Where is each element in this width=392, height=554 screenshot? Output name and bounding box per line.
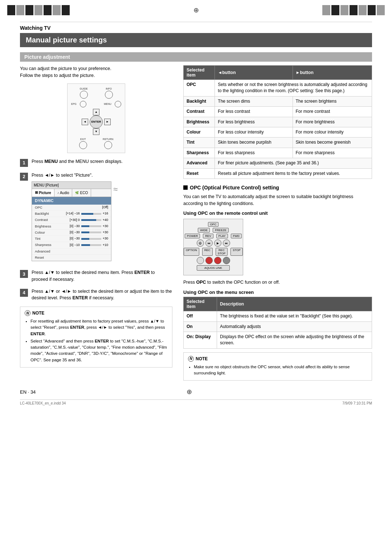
power-circle-icon: ⏻ [197,239,204,247]
rec-stop-circle-icon [214,257,221,264]
page-marks-top: ⊕ [0,0,392,20]
table-row: Tint Skin tones become purplish Skin ton… [184,138,372,148]
opc-table-row: On: Display Displays the OPC effect on t… [184,332,372,348]
option-circle-icon [197,257,204,264]
table-row: Backlight The screen dims The screen bri… [184,96,372,106]
step-4: 4 Press ▲/▼ or ◄/► to select the desired… [20,288,172,302]
step-3: 3 Press ▲/▼ to select the desired menu i… [20,269,172,283]
nav-up-icon: ▲ [93,109,99,115]
watching-tv-label: Watching TV [20,25,372,31]
table-row: Reset Resets all picture adjustment item… [184,168,372,178]
nav-down-icon: ▼ [93,128,99,135]
opc-table-header-item: Selected item [184,297,217,311]
marks-right [322,5,385,15]
note-icon: N [25,310,30,316]
menu-tab-eco: 🌿 ECO [72,189,91,197]
menu-button-icon [115,101,121,107]
black-square-icon [183,185,188,190]
enter-button: ENTER [90,115,103,128]
opc-sub-heading-2: Using OPC on the menu screen [183,290,372,295]
note-icon-2: N [188,356,194,362]
remote-diagram: GUIDE INFO EPG MENU [67,83,125,153]
footer-file: LC-40LE700X_en_e.indd 34 [20,401,66,405]
rev-circle-icon: ⏮ [205,239,213,247]
step-1: 1 Press MENU and the MENU screen display… [20,158,172,167]
stop-circle-icon [223,257,230,264]
note-box-2: N NOTE Make sure no object obstructs the… [183,352,372,381]
opc-table-row: On Automatically adjusts [184,321,372,332]
bottom-crosshair: ⊕ [187,388,192,396]
opc-table-header-desc: Description [217,297,372,311]
opc-table-row: Off The brightness is fixed at the value… [184,311,372,321]
marks-left [7,5,70,15]
table-row: Brightness For less brightness For more … [184,117,372,127]
left-column: You can adjust the picture to your prefe… [20,65,172,384]
settings-table: Selected item ◄button ►button OPC Sets w… [183,65,372,179]
epg-button-icon [80,101,86,107]
center-crosshair: ⊕ [193,6,199,14]
main-content: You can adjust the picture to your prefe… [20,65,372,384]
rec-circle-icon [205,257,213,264]
info-button-icon [105,91,113,99]
right-column: Selected item ◄button ►button OPC Sets w… [183,65,372,384]
table-row: Colour For less colour intensity For mor… [184,127,372,137]
table-row: Contrast For less contrast For more cont… [184,107,372,117]
table-header-left-btn: ◄button [215,66,293,80]
exit-button-icon [79,141,87,149]
page-title: Manual picture settings [20,33,372,47]
nav-right-icon: ► [104,119,111,125]
menu-tab-picture: 🖼 Picture [32,189,54,197]
footer: LC-40LE700X_en_e.indd 34 7/9/09 7:10:31 … [0,400,392,407]
remote-unit-diagram: OPC WIDE FREEZE POWER REV PLAY FWD ⏻ ⏮ [183,219,243,275]
opc-press-text: Press OPC to switch the OPC function on … [183,279,372,286]
table-row: Sharpness For less sharpness For more sh… [184,148,372,158]
nav-left-icon: ◄ [82,119,88,125]
mark-rect [7,5,15,15]
fwd-circle-icon: ⏭ [223,239,230,247]
nav-ring: ▲ ◄ ENTER ► ▼ [71,109,121,135]
menu-tab-audio: ♪ Audio [54,189,73,197]
bottom-marks: EN · 34 ⊕ [0,384,392,399]
step-2: 2 Press ◄/► to select "Picture". ≈ MENU … [20,172,172,264]
table-row: Advanced For finer picture adjustments. … [184,158,372,168]
intro-text: You can adjust the picture to your prefe… [20,65,172,79]
section-header: Picture adjustment [20,52,372,62]
return-button-icon [104,141,112,149]
opc-title: OPC (Optical Picture Control) setting [183,185,372,190]
play-circle-icon: ▶ [214,239,221,247]
table-header-item: Selected item [184,66,215,80]
table-header-right-btn: ►button [293,66,372,80]
opc-table: Selected item Description Off The bright… [183,297,372,349]
footer-date: 7/9/09 7:10:31 PM [342,401,372,405]
guide-button-icon [80,91,88,99]
note-box-1: N NOTE For resetting all adjustment item… [20,307,172,368]
menu-mockup: ≈ MENU [Picture] 🖼 Picture ♪ Audio [32,181,111,261]
opc-description: You can set the TV to automatically adju… [183,193,372,207]
table-row: OPC Sets whether or not the screen brigh… [184,80,372,97]
opc-sub-heading-1: Using OPC on the remote control unit [183,210,372,216]
top-rule [20,22,372,22]
page-number: EN · 34 [20,389,36,395]
